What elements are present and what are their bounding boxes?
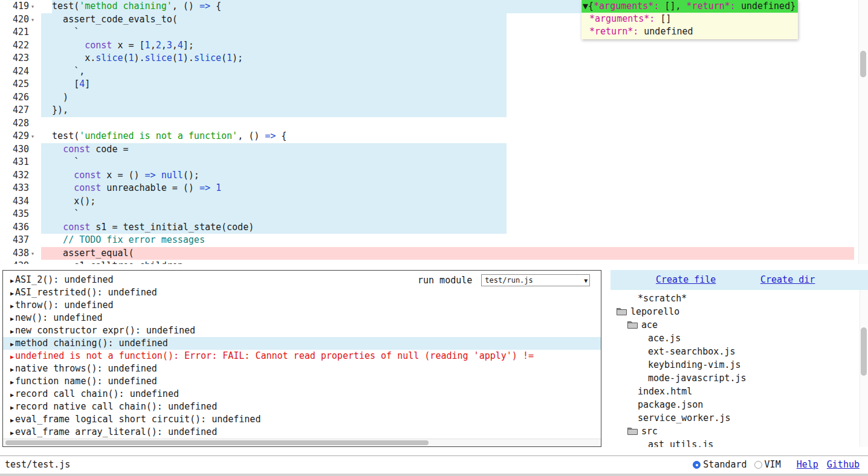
expand-triangle-icon[interactable]: ▶ xyxy=(10,391,14,398)
line-number[interactable]: 428 xyxy=(0,117,29,130)
fold-marker-icon[interactable]: ▾ xyxy=(31,247,34,260)
line-number[interactable]: 436 xyxy=(0,221,29,234)
line-number[interactable]: 435 xyxy=(0,208,29,221)
code-line[interactable]: 425 [4] xyxy=(0,78,868,91)
code-line[interactable]: 426 ) xyxy=(0,91,868,105)
line-number[interactable]: 424 xyxy=(0,65,29,79)
expand-triangle-icon[interactable]: ▶ xyxy=(10,303,14,309)
line-number[interactable]: 421 xyxy=(0,26,29,39)
file-row[interactable]: *scratch* xyxy=(611,292,868,305)
folder-row[interactable]: src xyxy=(611,425,868,438)
code-line[interactable]: 434 x(); xyxy=(0,195,868,208)
line-number[interactable]: 419 xyxy=(0,0,29,13)
fold-marker-icon[interactable]: ▾ xyxy=(31,130,34,143)
line-number[interactable]: 429 xyxy=(0,130,29,143)
standard-mode-label[interactable]: Standard xyxy=(703,456,747,474)
console-entry[interactable]: ▶record native call chain(): undefined xyxy=(3,400,601,413)
file-row[interactable]: mode-javascript.js xyxy=(611,371,868,385)
create-file-link[interactable]: Create file xyxy=(656,274,716,285)
code-line[interactable]: 422 const x = [1,2,3,4]; xyxy=(0,39,868,53)
code-line[interactable]: 430 const code = xyxy=(0,143,868,156)
console-entry-text: eval_frame logical short circuit(): unde… xyxy=(15,414,261,425)
expand-triangle-icon[interactable]: ▶ xyxy=(10,277,14,284)
line-number[interactable]: 431 xyxy=(0,156,29,169)
line-number[interactable]: 426 xyxy=(0,91,29,105)
file-row[interactable]: package.json xyxy=(611,398,868,411)
line-number[interactable]: 420 xyxy=(0,13,29,27)
line-number[interactable]: 433 xyxy=(0,182,29,195)
code-line[interactable]: 424 `, xyxy=(0,65,868,79)
line-number[interactable]: 422 xyxy=(0,39,29,53)
console-hscrollbar-track[interactable] xyxy=(3,439,601,446)
console-entry[interactable]: ▶method chaining(): undefined xyxy=(3,337,601,350)
fold-marker-icon[interactable]: ▾ xyxy=(31,13,34,27)
expand-triangle-icon[interactable]: ▶ xyxy=(10,328,14,335)
vim-mode-label[interactable]: VIM xyxy=(765,456,781,474)
folder-name: leporello xyxy=(630,306,679,317)
file-row[interactable]: ace.js xyxy=(611,332,868,345)
code-editor[interactable]: 419▾ test('method chaining', () => {420▾… xyxy=(0,0,868,264)
console-entry[interactable]: ▶new constructor expr(): undefined xyxy=(3,324,601,337)
file-row[interactable]: keybinding-vim.js xyxy=(611,358,868,371)
code-line[interactable]: 437 // TODO fix error messages xyxy=(0,234,868,247)
create-dir-link[interactable]: Create dir xyxy=(760,274,815,285)
editor-scrollbar-thumb[interactable] xyxy=(860,51,866,77)
console-entry[interactable]: ▶eval_frame logical short circuit(): und… xyxy=(3,413,601,426)
code-line[interactable]: 435 ` xyxy=(0,208,868,221)
code-line[interactable]: 438▾ assert_equal( xyxy=(0,247,868,260)
help-link[interactable]: Help xyxy=(797,456,818,474)
expand-triangle-icon[interactable]: ▶ xyxy=(10,404,14,411)
console-entry[interactable]: ▶eval_frame array_literal(): undefined xyxy=(3,426,601,439)
standard-mode-radio[interactable] xyxy=(693,461,701,469)
console-entry[interactable]: ▶record call chain(): undefined xyxy=(3,388,601,400)
file-row[interactable]: ast_utils.js xyxy=(611,438,868,447)
line-number[interactable]: 438 xyxy=(0,247,29,260)
line-number[interactable]: 437 xyxy=(0,234,29,247)
expand-triangle-icon[interactable]: ▶ xyxy=(10,366,14,373)
console-hscrollbar-thumb[interactable] xyxy=(5,440,429,445)
expand-triangle-icon[interactable]: ▶ xyxy=(10,353,14,360)
line-number[interactable]: 430 xyxy=(0,143,29,156)
line-number[interactable]: 432 xyxy=(0,169,29,182)
line-number[interactable]: 423 xyxy=(0,52,29,65)
line-number[interactable]: 439 xyxy=(0,260,29,264)
code-line[interactable]: 429▾ test('undefined is not a function',… xyxy=(0,130,868,143)
current-file-path: test/test.js xyxy=(5,456,70,474)
code-line[interactable]: 427 }), xyxy=(0,104,868,117)
code-line[interactable]: 439 s1.calltree.children, xyxy=(0,260,868,264)
github-link[interactable]: Github xyxy=(827,456,860,474)
console-entry[interactable]: ▶ASI_restrited(): undefined xyxy=(3,286,601,299)
file-row[interactable]: ext-searchbox.js xyxy=(611,345,868,358)
console-entry[interactable]: ▶function name(): undefined xyxy=(3,375,601,388)
editor-scrollbar-track[interactable] xyxy=(858,0,868,264)
folder-row[interactable]: leporello xyxy=(611,305,868,318)
expand-triangle-icon[interactable]: ▶ xyxy=(10,417,14,423)
tooltip-header[interactable]: ▼{*arguments*: [], *return*: undefined} xyxy=(581,0,798,13)
vim-mode-radio[interactable] xyxy=(754,461,762,469)
files-scrollbar-thumb[interactable] xyxy=(861,327,867,376)
expand-triangle-icon[interactable]: ▶ xyxy=(10,379,14,385)
console-entry[interactable]: ▶throw(): undefined xyxy=(3,299,601,312)
expand-triangle-icon[interactable]: ▶ xyxy=(10,429,14,436)
console-entry[interactable]: ▶native throws(): undefined xyxy=(3,362,601,375)
file-row[interactable]: index.html xyxy=(611,385,868,398)
line-number[interactable]: 425 xyxy=(0,78,29,91)
line-number[interactable]: 427 xyxy=(0,104,29,117)
expand-triangle-icon[interactable]: ▶ xyxy=(10,290,14,297)
fold-marker-icon[interactable]: ▾ xyxy=(31,0,34,13)
console-entry[interactable]: ▶undefined is not a function(): Error: F… xyxy=(3,350,601,362)
tooltip-expand-icon[interactable]: ▼{ xyxy=(583,1,594,11)
expand-triangle-icon[interactable]: ▶ xyxy=(10,315,14,322)
file-row[interactable]: service_worker.js xyxy=(611,411,868,425)
code-line[interactable]: 428 xyxy=(0,117,868,130)
code-line[interactable]: 423 x.slice(1).slice(1).slice(1); xyxy=(0,52,868,65)
console-entry[interactable]: ▶new(): undefined xyxy=(3,312,601,324)
code-line[interactable]: 432 const x = () => null(); xyxy=(0,169,868,182)
code-line[interactable]: 436 const s1 = test_initial_state(code) xyxy=(0,221,868,234)
run-module-select[interactable]: test/run.js ▼ xyxy=(481,274,590,286)
code-line[interactable]: 431 ` xyxy=(0,156,868,169)
folder-row[interactable]: ace xyxy=(611,318,868,332)
line-number[interactable]: 434 xyxy=(0,195,29,208)
code-line[interactable]: 433 const unreachable = () => 1 xyxy=(0,182,868,195)
expand-triangle-icon[interactable]: ▶ xyxy=(10,341,14,347)
